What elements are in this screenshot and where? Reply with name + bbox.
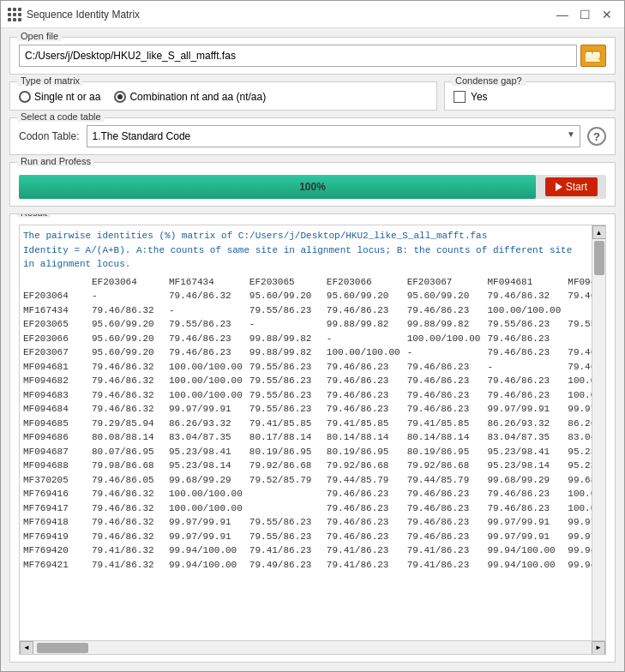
- cell-value: 95.60/99.20: [92, 345, 169, 360]
- cell-value: 100.00/100.00: [169, 501, 249, 516]
- title-bar: Sequence Identity Matrix — ☐ ✕: [1, 1, 624, 28]
- cell-value: 79.46/86.23: [407, 402, 488, 417]
- col-header-3: EF203065: [249, 275, 327, 290]
- cell-value: 99.97/99.91: [169, 530, 249, 544]
- table-row: MF09468179.46/86.32100.00/100.0079.55/86…: [23, 360, 605, 375]
- close-button[interactable]: ✕: [597, 6, 617, 23]
- cell-value: 79.46/86.32: [92, 303, 169, 318]
- row-id: MF094686: [23, 430, 92, 445]
- title-controls: — ☐ ✕: [552, 6, 617, 23]
- cell-value: 79.92/86.68: [407, 459, 488, 473]
- cell-value: 95.23/98.41: [169, 445, 249, 459]
- browse-file-button[interactable]: +: [580, 45, 606, 67]
- vertical-scrollbar[interactable]: ▲ ▼: [592, 225, 605, 654]
- cell-value: 79.41/86.23: [407, 558, 488, 573]
- hscroll-left-arrow[interactable]: ◄: [20, 641, 33, 655]
- scroll-thumb[interactable]: [594, 241, 604, 275]
- cell-value: 79.46/86.23: [327, 402, 407, 417]
- row-id: MF370205: [23, 473, 92, 488]
- codon-row: Codon Table: 1.The Standard Code ?: [19, 125, 606, 147]
- result-content-box: The pairwise identities (%) matrix of C:…: [19, 225, 606, 655]
- result-label: Result: [17, 213, 51, 218]
- col-header-6: MF094681: [487, 275, 568, 290]
- cell-value: 99.97/99.91: [169, 402, 249, 417]
- code-table-section-label: Select a code table: [17, 111, 105, 122]
- cell-value: 95.60/99.20: [249, 289, 327, 303]
- cell-value: 79.41/85.85: [407, 417, 488, 431]
- table-header-row: EF203064 MF167434 EF203065 EF203066 EF20…: [23, 275, 605, 290]
- cell-value: 79.46/86.23: [327, 388, 407, 403]
- row-id: MF769421: [23, 558, 92, 573]
- cell-value: -: [407, 345, 488, 360]
- codon-select-wrap: 1.The Standard Code: [87, 125, 581, 147]
- result-scroll-area: The pairwise identities (%) matrix of C:…: [20, 225, 605, 654]
- cell-value: 95.23/98.41: [487, 445, 568, 459]
- table-row: MF76942079.41/86.3299.94/100.0079.41/86.…: [23, 543, 605, 558]
- row-id: MF094685: [23, 417, 92, 431]
- main-content: Open file + Type of matrix: [1, 28, 624, 671]
- cell-value: 100.00/100.00: [169, 360, 249, 375]
- result-table-body: EF203064-79.46/86.3295.60/99.2095.60/99.…: [23, 289, 605, 572]
- cell-value: 80.14/88.14: [407, 430, 488, 445]
- cell-value: 79.46/86.23: [169, 332, 249, 346]
- cell-value: 79.55/86.23: [249, 388, 327, 403]
- cell-value: 79.46/86.32: [92, 530, 169, 544]
- window-title: Sequence Identity Matrix: [27, 9, 140, 21]
- cell-value: 100.00/100.00: [407, 332, 488, 346]
- radio-combo[interactable]: Combination nt and aa (nt/aa): [114, 91, 266, 103]
- col-header-1: EF203064: [92, 275, 169, 290]
- cell-value: 79.46/86.32: [92, 487, 169, 501]
- horizontal-scrollbar[interactable]: ◄ ►: [20, 640, 605, 654]
- cell-value: 99.88/99.82: [249, 332, 327, 346]
- row-id: MF769417: [23, 501, 92, 516]
- cell-value: 79.46/86.23: [407, 374, 488, 388]
- col-header-4: EF203066: [327, 275, 407, 290]
- cell-value: 79.46/86.23: [169, 345, 249, 360]
- hscroll-right-arrow[interactable]: ►: [592, 641, 605, 655]
- cell-value: -: [327, 332, 407, 346]
- hscroll-track: [33, 642, 592, 654]
- cell-value: 79.46/86.05: [92, 473, 169, 488]
- codon-table-select[interactable]: 1.The Standard Code: [87, 125, 581, 147]
- cell-value: 79.55/86.23: [249, 360, 327, 375]
- minimize-button[interactable]: —: [552, 6, 573, 23]
- cell-value: 79.41/86.32: [92, 558, 169, 573]
- result-text[interactable]: The pairwise identities (%) matrix of C:…: [20, 225, 605, 654]
- radio-circle-combo: [114, 91, 126, 103]
- condense-yes-label: Yes: [471, 91, 488, 103]
- cell-value: 100.00/100.00: [169, 487, 249, 501]
- table-row: MF09468279.46/86.32100.00/100.0079.55/86…: [23, 374, 605, 388]
- result-section: Result The pairwise identities (%) matri…: [9, 213, 616, 663]
- row-id: EF203065: [23, 317, 92, 332]
- row-id: MF094688: [23, 459, 92, 473]
- cell-value: 79.46/86.23: [487, 374, 568, 388]
- cell-value: 79.46/86.23: [487, 501, 568, 516]
- scroll-up-arrow[interactable]: ▲: [592, 225, 606, 239]
- cell-value: 79.29/85.94: [92, 417, 169, 431]
- cell-value: 79.46/86.23: [407, 303, 488, 318]
- row-id: EF203066: [23, 332, 92, 346]
- table-row: MF76941979.46/86.3299.97/99.9179.55/86.2…: [23, 530, 605, 544]
- radio-single[interactable]: Single nt or aa: [19, 91, 100, 103]
- cell-value: 79.46/86.32: [92, 501, 169, 516]
- cell-value: 95.23/98.14: [169, 459, 249, 473]
- table-row: MF76941779.46/86.32100.00/100.0079.46/86…: [23, 501, 605, 516]
- help-button[interactable]: ?: [587, 127, 606, 146]
- cell-value: 79.46/86.32: [92, 388, 169, 403]
- cell-value: 99.97/99.91: [169, 515, 249, 530]
- maximize-button[interactable]: ☐: [574, 6, 595, 23]
- cell-value: 86.26/93.32: [487, 417, 568, 431]
- start-button[interactable]: Start: [545, 177, 598, 196]
- condense-checkbox[interactable]: [454, 91, 466, 103]
- folder-icon: +: [586, 49, 601, 63]
- file-path-input[interactable]: [19, 45, 577, 67]
- table-row: MF09468680.08/88.1483.04/87.3580.17/88.1…: [23, 430, 605, 445]
- codon-table-label: Codon Table:: [19, 130, 80, 142]
- result-table: EF203064 MF167434 EF203065 EF203066 EF20…: [23, 275, 605, 573]
- cell-value: 79.55/86.23: [249, 515, 327, 530]
- hscroll-thumb[interactable]: [37, 643, 88, 653]
- svg-text:+: +: [598, 54, 601, 63]
- table-row: MF09468379.46/86.32100.00/100.0079.55/86…: [23, 388, 605, 403]
- cell-value: 79.55/86.23: [249, 402, 327, 417]
- col-header-5: EF203067: [407, 275, 488, 290]
